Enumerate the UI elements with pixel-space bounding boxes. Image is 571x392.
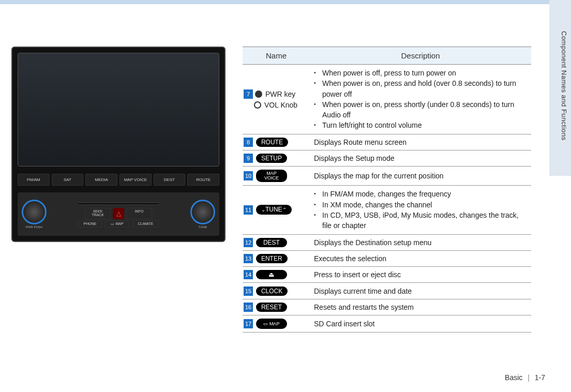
pwr-key-text: PWR key <box>265 90 295 98</box>
footer-separator: | <box>528 373 530 382</box>
row-16-name: 16 RESET <box>243 299 310 315</box>
table-row: 8 ROUTE Displays Route menu screen <box>243 134 531 150</box>
device-btn-route: ROUTE <box>187 174 219 186</box>
table-row: 11 ⌄TUNE⌃ In FM/AM mode, changes the fre… <box>243 186 531 234</box>
tune-knob <box>190 200 215 224</box>
disc-slot <box>77 203 160 205</box>
device-button-row: FM/AM SAT MEDIA MAP VOICE DEST ROUTE <box>18 174 219 186</box>
row-8-name: 8 ROUTE <box>243 134 310 150</box>
row-9-desc: Displays the Setup mode <box>310 150 531 167</box>
power-icon <box>255 91 262 98</box>
row-15-name: 15 CLOCK <box>243 283 310 299</box>
vol-knob-text: VOL Knob <box>264 101 297 109</box>
device-btn-dest: DEST <box>154 174 186 186</box>
table-header-row: Name Description <box>243 47 531 65</box>
pill-clock: CLOCK <box>256 287 288 296</box>
badge-9: 9 <box>244 154 253 163</box>
badge-13: 13 <box>244 254 253 263</box>
device-climate: CLIMATE <box>132 220 159 228</box>
row-10-name: 10 MAP VOICE <box>243 167 310 186</box>
row-11-name: 11 ⌄TUNE⌃ <box>243 186 310 234</box>
table-row: 12 DEST Displays the Destination setup m… <box>243 234 531 250</box>
table-row: 14 ⏏ Press to insert or eject disc <box>243 267 531 283</box>
desc-item: When power is on, press shortly (under 0… <box>320 99 527 120</box>
pill-map-line2: VOICE <box>264 175 279 180</box>
hazard-icon: △ <box>113 208 124 219</box>
footer-section: Basic <box>505 373 522 382</box>
component-table: Name Description 7 PWR key VOL <box>243 47 531 333</box>
row-8-desc: Displays Route menu screen <box>310 134 531 150</box>
pill-dest: DEST <box>256 238 287 247</box>
device-center: SEEK TRACK △ INFO PHONE ▭ MAP CLIMATE <box>47 201 190 228</box>
pill-sd-map: ▭ MAP <box>256 319 287 329</box>
badge-11: 11 <box>244 205 253 215</box>
device-map: ▭ MAP <box>105 220 129 228</box>
col-header-description: Description <box>310 47 531 65</box>
table-row: 17 ▭ MAP SD Card insert slot <box>243 315 531 333</box>
device-lower-panel: PWR PUSH SEEK TRACK △ INFO PHONE ▭ MAP C… <box>18 192 219 236</box>
row-7-name: 7 PWR key VOL Knob <box>243 65 310 134</box>
device-phone: PHONE <box>78 220 102 228</box>
badge-8: 8 <box>244 138 253 147</box>
desc-item: In XM mode, changes the channel <box>320 200 527 210</box>
page-footer: Basic | 1-7 <box>505 373 545 382</box>
table-row: 13 ENTER Executes the selection <box>243 250 531 266</box>
pill-tune: ⌄TUNE⌃ <box>256 205 292 215</box>
pill-enter: ENTER <box>256 254 288 263</box>
pill-eject: ⏏ <box>256 270 287 279</box>
row-9-name: 9 SETUP <box>243 150 310 167</box>
tune-text: TUNE <box>265 206 282 213</box>
row-12-name: 12 DEST <box>243 234 310 250</box>
device-btn-media: MEDIA <box>85 174 117 186</box>
badge-10: 10 <box>244 171 253 180</box>
row-7-desc: When power is off, press to turn power o… <box>310 65 531 134</box>
row-17-desc: SD Card insert slot <box>310 315 531 333</box>
device-btn-sat: SAT <box>52 174 84 186</box>
device-tune-label: TUNE <box>199 225 207 229</box>
badge-14: 14 <box>244 270 253 279</box>
row-13-name: 13 ENTER <box>243 250 310 266</box>
desc-item: Turn left/right to control volume <box>320 120 527 130</box>
device-screen <box>18 53 219 167</box>
badge-15: 15 <box>244 287 253 296</box>
pill-reset: RESET <box>256 303 287 312</box>
row-14-name: 14 ⏏ <box>243 267 310 283</box>
vol-knob-icon <box>254 101 261 109</box>
row-10-desc: Displays the map for the current positio… <box>310 167 531 186</box>
device-seek: SEEK TRACK <box>85 208 111 219</box>
badge-17: 17 <box>244 319 253 328</box>
row-13-desc: Executes the selection <box>310 250 531 266</box>
badge-12: 12 <box>244 238 253 247</box>
table-row: 16 RESET Resets and restarts the system <box>243 299 531 315</box>
eject-icon: ⏏ <box>268 271 274 278</box>
badge-7: 7 <box>244 89 253 99</box>
section-title-vertical: Component Names and Functions <box>560 31 568 141</box>
chevron-down-icon: ⌄ <box>261 207 265 213</box>
row-11-desc: In FM/AM mode, changes the frequency In … <box>310 186 531 234</box>
pill-route: ROUTE <box>256 138 288 147</box>
desc-item: In CD, MP3, USB, iPod, My Music modes, c… <box>320 210 527 231</box>
top-accent-bar <box>0 0 571 4</box>
row-14-desc: Press to insert or eject disc <box>310 267 531 283</box>
device-pwr-label: PWR PUSH <box>26 225 42 229</box>
table-row: 10 MAP VOICE Displays the map for the cu… <box>243 167 531 186</box>
table-row: 9 SETUP Displays the Setup mode <box>243 150 531 167</box>
pill-map-voice: MAP VOICE <box>256 170 287 182</box>
col-header-name: Name <box>243 47 310 65</box>
footer-page: 1-7 <box>535 373 545 382</box>
table-row: 7 PWR key VOL Knob When power is off, pr… <box>243 65 531 134</box>
row-17-name: 17 ▭ MAP <box>243 315 310 333</box>
chevron-up-icon: ⌃ <box>282 207 287 213</box>
row-12-desc: Displays the Destination setup menu <box>310 234 531 250</box>
device-btn-fmam: FM/AM <box>18 174 50 186</box>
pill-setup: SETUP <box>256 154 287 163</box>
head-unit-image: FM/AM SAT MEDIA MAP VOICE DEST ROUTE PWR… <box>11 47 226 242</box>
device-info: INFO <box>126 208 152 219</box>
desc-item: In FM/AM mode, changes the frequency <box>320 189 527 199</box>
pwr-vol-knob <box>22 200 47 224</box>
desc-item: When power is on, press and hold (over 0… <box>320 78 527 99</box>
desc-item: When power is off, press to turn power o… <box>320 68 527 78</box>
row-15-desc: Displays current time and date <box>310 283 531 299</box>
table-row: 15 CLOCK Displays current time and date <box>243 283 531 299</box>
row-16-desc: Resets and restarts the system <box>310 299 531 315</box>
